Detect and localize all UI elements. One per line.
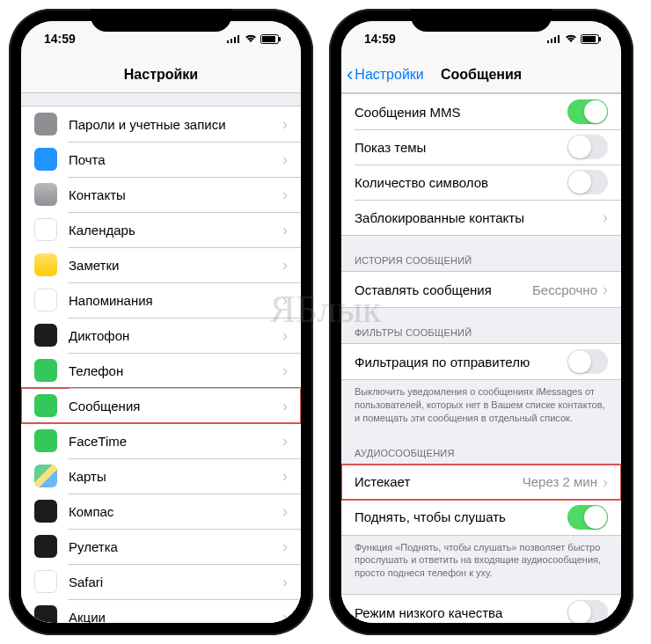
section-footer-audio: Функция «Поднять, чтобы слушать» позволя… xyxy=(341,536,621,584)
chevron-right-icon: › xyxy=(282,257,288,273)
row-label: Фильтрация по отправителю xyxy=(355,355,567,370)
wifi-icon xyxy=(245,34,257,43)
row-char-count[interactable]: Количество символов xyxy=(341,165,621,200)
toggle[interactable] xyxy=(567,170,608,194)
chevron-right-icon: › xyxy=(282,362,288,378)
row-subject[interactable]: Показ темы xyxy=(341,129,621,165)
row-label: Карты xyxy=(69,469,282,484)
section-header-audio: АУДИОСООБЩЕНИЯ xyxy=(341,444,621,464)
chevron-right-icon: › xyxy=(282,151,288,167)
battery-icon xyxy=(581,34,602,44)
section-header-history: ИСТОРИЯ СООБЩЕНИЙ xyxy=(341,252,621,271)
toggle[interactable] xyxy=(567,600,608,623)
row-raise-listen[interactable]: Поднять, чтобы слушать xyxy=(341,500,621,535)
row-label: Компас xyxy=(69,504,282,519)
row-label: Диктофон xyxy=(69,328,282,343)
chevron-right-icon: › xyxy=(282,574,288,589)
row-calendar[interactable]: Календарь› xyxy=(21,212,301,247)
row-label: Показ темы xyxy=(355,140,567,155)
row-compass[interactable]: Компас› xyxy=(21,494,301,529)
row-measure[interactable]: Рулетка› xyxy=(21,529,301,564)
svg-rect-10 xyxy=(558,35,560,43)
phone-icon xyxy=(34,359,57,382)
row-voice-memos[interactable]: Диктофон› xyxy=(21,318,301,353)
nav-bar: ‹ Настройки Сообщения xyxy=(341,56,621,93)
row-low-quality[interactable]: Режим низкого качества xyxy=(341,595,621,623)
svg-rect-0 xyxy=(227,40,229,43)
cellular-icon xyxy=(547,34,561,43)
chevron-right-icon: › xyxy=(282,327,288,343)
chevron-right-icon: › xyxy=(282,116,288,132)
svg-rect-6 xyxy=(279,37,281,41)
row-notes[interactable]: Заметки› xyxy=(21,247,301,282)
row-contacts[interactable]: Контакты› xyxy=(21,177,301,212)
phone-right: 14:59 ‹ Настройки Сообщения Сообщения MM… xyxy=(329,9,633,635)
chevron-right-icon: › xyxy=(282,292,288,308)
calendar-icon xyxy=(34,218,57,241)
nav-bar: Настройки xyxy=(21,56,301,93)
row-mms[interactable]: Сообщения MMS xyxy=(341,94,621,129)
row-phone[interactable]: Телефон› xyxy=(21,353,301,388)
row-messages[interactable]: Сообщения› xyxy=(21,388,301,423)
screen-left: 14:59 Настройки Пароли и учетные записи›… xyxy=(21,21,301,623)
row-blocked[interactable]: Заблокированные контакты› xyxy=(341,200,621,235)
safari-icon xyxy=(34,570,57,593)
back-label: Настройки xyxy=(355,67,423,83)
settings-list[interactable]: Пароли и учетные записи›Почта›Контакты›К… xyxy=(21,93,301,623)
row-label: Почта xyxy=(69,152,282,167)
toggle[interactable] xyxy=(567,99,608,124)
row-label: Напоминания xyxy=(69,293,282,308)
row-stocks[interactable]: Акции› xyxy=(21,599,301,623)
chevron-right-icon: › xyxy=(282,468,288,484)
chevron-right-icon: › xyxy=(603,209,608,225)
back-button[interactable]: ‹ Настройки xyxy=(347,56,424,92)
svg-rect-5 xyxy=(262,36,275,42)
chevron-right-icon: › xyxy=(282,398,288,413)
svg-rect-1 xyxy=(230,39,232,43)
row-facetime[interactable]: FaceTime› xyxy=(21,423,301,458)
status-indicators xyxy=(227,34,282,44)
messages-settings[interactable]: Сообщения MMSПоказ темыКоличество символ… xyxy=(341,93,621,623)
row-mail[interactable]: Почта› xyxy=(21,142,301,177)
phone-left: 14:59 Настройки Пароли и учетные записи›… xyxy=(9,9,313,635)
row-expire[interactable]: Истекает Через 2 мин › xyxy=(341,465,621,500)
screen-right: 14:59 ‹ Настройки Сообщения Сообщения MM… xyxy=(341,21,621,623)
row-label: Количество символов xyxy=(355,175,567,190)
svg-rect-8 xyxy=(551,39,552,43)
row-label: Акции xyxy=(69,610,282,624)
section-footer-filters: Выключить уведомления о сообщениях iMess… xyxy=(341,380,621,428)
row-maps[interactable]: Карты› xyxy=(21,458,301,494)
row-label: Календарь xyxy=(69,223,282,238)
row-safari[interactable]: Safari› xyxy=(21,564,301,599)
maps-icon xyxy=(34,465,57,487)
row-filter-unknown[interactable]: Фильтрация по отправителю xyxy=(341,344,621,379)
toggle[interactable] xyxy=(567,135,608,159)
voice-memos-icon xyxy=(34,324,57,347)
mail-icon xyxy=(34,148,57,171)
svg-rect-9 xyxy=(554,37,556,43)
battery-icon xyxy=(260,34,282,44)
chevron-right-icon: › xyxy=(603,474,608,490)
cellular-icon xyxy=(227,34,241,43)
stocks-icon xyxy=(34,605,57,623)
row-label: Пароли и учетные записи xyxy=(69,117,282,132)
compass-icon xyxy=(34,500,57,523)
row-label: Телефон xyxy=(69,363,282,378)
row-label: Safari xyxy=(69,574,282,589)
row-label: Рулетка xyxy=(69,539,282,554)
toggle[interactable] xyxy=(567,505,608,530)
chevron-right-icon: › xyxy=(282,609,288,623)
row-keep-messages[interactable]: Оставлять сообщения Бессрочно › xyxy=(341,272,621,307)
row-passwords[interactable]: Пароли и учетные записи› xyxy=(21,106,301,142)
toggle[interactable] xyxy=(567,349,608,374)
row-value: Через 2 мин xyxy=(523,474,597,489)
notch xyxy=(91,9,231,32)
row-label: Сообщения MMS xyxy=(355,105,567,120)
row-label: Оставлять сообщения xyxy=(355,282,532,297)
svg-rect-3 xyxy=(238,35,239,43)
row-label: Поднять, чтобы слушать xyxy=(355,509,567,524)
row-label: FaceTime xyxy=(69,434,282,449)
row-label: Заблокированные контакты xyxy=(355,210,603,225)
facetime-icon xyxy=(34,429,57,452)
row-reminders[interactable]: Напоминания› xyxy=(21,282,301,318)
